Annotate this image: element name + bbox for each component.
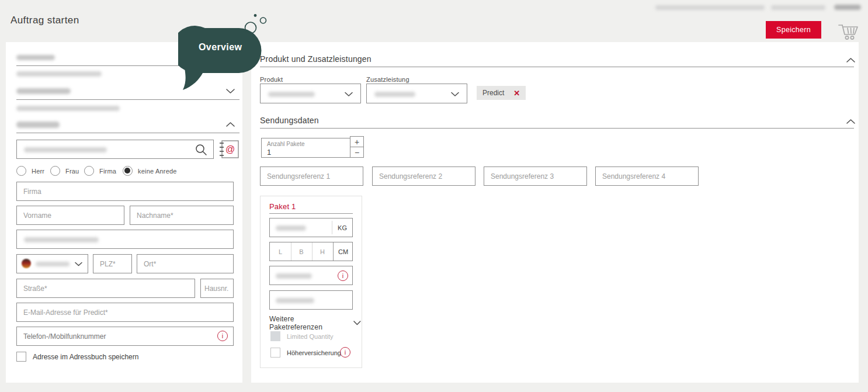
additional-service-select[interactable]	[366, 84, 467, 103]
city-field[interactable]	[137, 254, 234, 273]
radio-keine-anrede-label: keine Anrede	[138, 168, 177, 175]
divider	[260, 67, 854, 67]
height-field[interactable]: H	[312, 242, 333, 261]
length-field[interactable]: L	[270, 242, 291, 261]
redacted-text	[276, 298, 314, 303]
redacted-text	[24, 237, 99, 242]
at-icon: @	[225, 144, 235, 154]
package-count-label: Anzahl Pakete	[267, 141, 305, 147]
weight-unit-label: KG	[338, 224, 347, 231]
radio-firma-label: Firma	[99, 168, 116, 175]
radio-keine-anrede[interactable]	[123, 166, 133, 176]
radio-herr[interactable]	[16, 166, 26, 176]
remove-predict-icon[interactable]: ✕	[513, 89, 520, 98]
overview-tooltip: Overview	[178, 13, 275, 93]
radio-frau[interactable]	[50, 166, 60, 176]
country-select[interactable]	[16, 254, 88, 273]
product-section-toggle[interactable]	[846, 55, 856, 66]
decor-dot-right	[252, 36, 255, 40]
more-references-label: Weitere Paketreferenzen	[269, 315, 348, 331]
chevron-up-icon	[225, 121, 235, 128]
redacted-section-title	[16, 88, 71, 94]
shipment-section-toggle[interactable]	[846, 117, 856, 127]
redacted-service-value	[374, 92, 415, 97]
redacted-header-text	[771, 5, 825, 10]
address-book-button[interactable]: @	[219, 140, 240, 158]
dimensions-field[interactable]: L B H CM	[269, 242, 353, 261]
dimension-unit-label: CM	[333, 242, 353, 261]
save-address-label: Adresse im Adressbuch speichern	[33, 353, 138, 361]
auftrag-starten-page: Auftrag starten Speichern Overview	[0, 0, 868, 392]
insurance-checkbox[interactable]	[270, 348, 280, 358]
redacted-section-text	[16, 106, 120, 111]
cart-icon	[835, 19, 861, 41]
address-search-input[interactable]	[16, 140, 214, 159]
redacted-product-value	[268, 92, 315, 97]
info-icon[interactable]: i	[340, 347, 350, 358]
shipment-reference-3[interactable]	[484, 166, 587, 186]
chevron-down-icon	[353, 320, 362, 326]
search-icon[interactable]	[195, 144, 207, 156]
redacted-header-text	[655, 5, 765, 10]
redacted-address-field[interactable]	[16, 230, 234, 249]
redacted-weight-placeholder	[276, 226, 306, 231]
increment-button[interactable]: +	[350, 136, 364, 147]
radio-frau-label: Frau	[65, 168, 79, 175]
decrement-button[interactable]: −	[350, 147, 364, 158]
company-field[interactable]	[16, 182, 234, 201]
redacted-package-field[interactable]: i	[269, 266, 353, 285]
email-field[interactable]	[16, 303, 234, 322]
street-field[interactable]	[16, 279, 195, 298]
limited-quantity-checkbox	[270, 331, 280, 341]
divider	[260, 128, 854, 129]
chevron-down-icon	[74, 261, 83, 267]
chevron-down-icon	[344, 91, 353, 98]
redacted-section-text	[16, 71, 102, 77]
cart-button[interactable]	[835, 19, 861, 41]
more-references-toggle[interactable]: Weitere Paketreferenzen	[269, 315, 362, 331]
last-name-field[interactable]	[130, 206, 234, 225]
chevron-down-icon	[450, 91, 460, 98]
info-icon[interactable]: i	[217, 331, 228, 341]
shipment-section-title: Sendungsdaten	[260, 116, 319, 125]
divider	[16, 99, 239, 100]
package-count-field[interactable]: Anzahl Pakete 1	[261, 138, 350, 158]
redacted-country-name	[36, 262, 70, 266]
shipment-reference-1[interactable]	[260, 166, 363, 186]
redacted-text	[276, 273, 312, 279]
package-title: Paket 1	[269, 202, 296, 211]
divider	[16, 133, 239, 133]
product-select[interactable]	[260, 84, 361, 103]
redacted-search-placeholder	[24, 147, 107, 152]
chevron-up-icon	[846, 57, 856, 64]
country-flag-icon	[22, 259, 31, 268]
info-icon[interactable]: i	[338, 270, 348, 281]
save-address-checkbox[interactable]	[16, 352, 26, 362]
phone-field[interactable]: i	[16, 327, 234, 346]
decor-dot-top	[254, 14, 257, 17]
house-number-field[interactable]	[200, 279, 234, 298]
redacted-section-title	[16, 55, 55, 60]
predict-chip-label: Predict	[482, 89, 504, 97]
plz-field[interactable]	[93, 254, 132, 273]
radio-firma[interactable]	[84, 166, 94, 176]
package-count-value: 1	[267, 148, 271, 157]
product-section-title: Produkt und Zusatzleistungen	[260, 54, 371, 64]
redacted-header-text	[834, 5, 861, 10]
divider	[269, 213, 353, 214]
decor-circle-small	[261, 18, 266, 23]
divider	[332, 221, 332, 234]
weight-field[interactable]: KG	[269, 218, 353, 237]
predict-chip: Predict ✕	[477, 86, 526, 100]
redacted-section-title	[16, 122, 60, 128]
width-field[interactable]: B	[291, 242, 312, 261]
chevron-up-icon	[846, 118, 856, 125]
shipment-reference-2[interactable]	[372, 166, 475, 186]
first-name-field[interactable]	[16, 206, 124, 225]
phone-input[interactable]	[17, 327, 210, 345]
collapse-toggle[interactable]	[225, 120, 235, 130]
save-button[interactable]: Speichern	[766, 21, 821, 39]
shipment-reference-4[interactable]	[595, 166, 699, 186]
speech-bubble-shape	[178, 26, 262, 90]
redacted-package-reference[interactable]	[269, 290, 353, 310]
